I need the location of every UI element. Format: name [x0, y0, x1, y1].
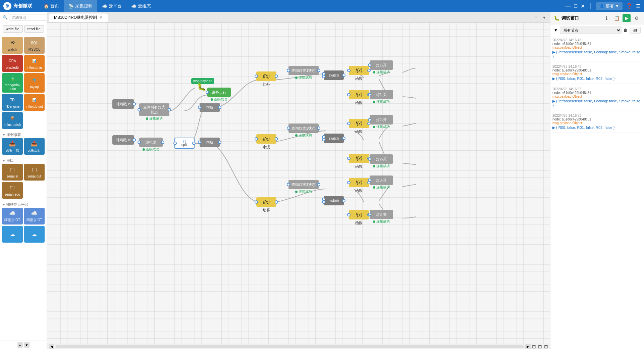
tab-add-button[interactable]: + [532, 13, 540, 21]
flow-node-query-light1[interactable]: 查询灯光1状态 连接成功 [288, 66, 319, 80]
flow-node-query-light2[interactable]: 查询灯光2状态 连接成功 [288, 123, 319, 138]
flow-node-lamp1-off[interactable]: 灯1-关 连接成功 [370, 90, 393, 104]
switch3-label: switch [329, 199, 339, 203]
zoom-out-icon[interactable]: ⊟ [538, 344, 542, 349]
tab-more-button[interactable]: ▾ [540, 13, 548, 21]
flow-node-time1[interactable]: 时间戳 ↺ [112, 99, 134, 109]
nav-home[interactable]: 🏠 首页 [39, 0, 64, 12]
sidebar-item-serial-in[interactable]: ⬚ serial in [2, 164, 23, 181]
help-icon[interactable]: ❓ [626, 3, 633, 9]
flow-node-time2[interactable]: 时间戳 ↺ [112, 135, 134, 145]
window-restore-icon[interactable]: □ [574, 3, 577, 9]
flow-node-func2[interactable]: f(x) 函数 [349, 90, 369, 105]
read-file-button[interactable]: read file [24, 25, 44, 33]
tab-main[interactable]: MB10DI4RO继电器控制 ✕ [49, 13, 108, 22]
sidebar-item-device-up[interactable]: 📤 设备上行 [24, 138, 45, 155]
aliyun-iot2-label: 阿里云IOT [26, 218, 42, 222]
lamp1-on-label: 灯1-开 [376, 63, 387, 68]
nav-cloud-state[interactable]: ☁️ 云组态 [126, 0, 156, 12]
lamp2-on-label: 灯2-开 [376, 117, 387, 122]
debug-filter-select[interactable]: 所有节点 [560, 27, 622, 34]
flow-node-switch2[interactable]: switch [324, 134, 344, 143]
flow-node-switch1[interactable]: switch [324, 70, 344, 80]
sidebar-item-mysql[interactable]: 🐬 mysql [24, 73, 45, 93]
app-logo: 微 海创微联 [3, 2, 32, 10]
debug-msg4-value[interactable]: { R00: false, R01: false, R02: false } [552, 126, 642, 130]
zoom-in-icon[interactable]: ⊞ [544, 344, 548, 349]
sidebar-item-mssql[interactable]: SQL MSSQL [24, 37, 45, 54]
sidebar-item-oracledb[interactable]: ORA oracledb [2, 55, 23, 72]
debug-info-btn[interactable]: ℹ [602, 14, 610, 22]
zoom-fit-icon[interactable]: ⊡ [532, 344, 536, 349]
group-label-haichuang[interactable]: 海创微联 [2, 131, 45, 138]
flow-node-lamp3-off[interactable]: 灯3-关 连接成功 [370, 210, 393, 224]
flow-node-func1[interactable]: f(x) 函数 [349, 66, 369, 81]
scroll-up-btn[interactable]: ▲ [17, 342, 23, 348]
sidebar-item-influx-batch[interactable]: 📦 influx batch [2, 112, 23, 129]
window-minimize-icon[interactable]: — [565, 3, 571, 9]
flow-canvas[interactable]: 时间戳 ↺ 查询所有灯光状态 连接成功 [47, 23, 550, 344]
flow-node-smoke[interactable]: f(x) 烟雾 [256, 197, 276, 213]
cloud1-icon: ☁ [7, 231, 17, 238]
sidebar-item-influxdb-in[interactable]: 📊 influxdb in [24, 55, 45, 72]
write-file-button[interactable]: write file [3, 25, 23, 33]
window-close-icon[interactable]: ✕ [581, 3, 585, 9]
serial-requ-icon: ⬚ [7, 185, 17, 191]
nav-cloud[interactable]: ☁️ 云平台 [97, 0, 126, 12]
tab-close-icon[interactable]: ✕ [99, 15, 103, 20]
sidebar-item-influxdb-out[interactable]: 📊 influxdb out [24, 94, 45, 111]
flow-node-func5[interactable]: f(x) 函数 [349, 178, 369, 193]
sidebar-item-aliyun-iot2[interactable]: ☁️ 阿里云IOT [24, 208, 45, 225]
flow-node-water[interactable]: f(x) 水浸 [256, 134, 276, 150]
watch-icon: 👁 [7, 40, 17, 46]
scroll-down-btn[interactable]: ▼ [24, 342, 30, 348]
query-light1-status: 连接成功 [295, 75, 312, 80]
sidebar-item-device-down[interactable]: 📥 设备下发 [2, 138, 23, 155]
debug-settings-btn[interactable]: ⚙ [633, 14, 641, 22]
sidebar-item-aliyun-iot1[interactable]: ☁️ 阿里云IOT [2, 208, 23, 225]
sidebar-item-cloud2[interactable]: ☁ [24, 226, 45, 243]
flow-node-relay[interactable]: 继电器 连接成功 [139, 138, 163, 152]
nav-collect[interactable]: 📡 采集控制 [64, 0, 97, 12]
sidebar-item-tdengine[interactable]: TD TDengine [2, 94, 23, 111]
flow-node-query-light3[interactable]: 查询灯光3状态 连接成功 [288, 180, 319, 194]
nav-right-area: — □ ✕ 👤 部署 ▼ ❓ ☰ [565, 2, 641, 10]
flow-node-lamp2-off[interactable]: 灯2-关 连接成功 [370, 154, 393, 168]
horizontal-scrollbar[interactable] [56, 345, 524, 348]
sidebar-item-mongodb[interactable]: 🍃 mongodb-node [2, 73, 23, 93]
debug-clear-all-btn[interactable]: all [630, 27, 641, 34]
debug-msg2-value[interactable]: { R00: false, R01: false, R02: false } [552, 77, 642, 81]
debug-panel-header: 🐛 调试窗口 ℹ 📋 ▶ ⚙ [550, 12, 644, 24]
debug-msg3-value[interactable]: { Infraredsensor: false, Leaking: false,… [552, 99, 642, 107]
flow-node-judge2[interactable]: 判断 [200, 138, 220, 147]
debug-msg2-node: node: a61d0c429b048c81 [552, 68, 642, 72]
flow-node-switch3[interactable]: switch [324, 196, 344, 205]
user-button[interactable]: 👤 部署 ▼ [596, 2, 623, 10]
debug-msg1-value[interactable]: { Infraredsensor: false, Leaking: false,… [552, 50, 642, 58]
func4-label: f(x) [356, 156, 362, 161]
flow-node-func6[interactable]: f(x) 函数 [349, 210, 369, 226]
flow-node-lamp2-on[interactable]: 灯2-开 连接成功 [370, 115, 393, 129]
debug-active-btn[interactable]: ▶ [623, 14, 631, 22]
group-label-serial[interactable]: 串口 [2, 157, 45, 164]
filter-icon: ▼ [554, 28, 558, 33]
flow-node-lamp3-on[interactable]: 灯3-开 连接成功 [370, 176, 393, 190]
sidebar-item-watch[interactable]: 👁 watch [2, 37, 23, 54]
debug-copy-btn[interactable]: 📋 [612, 14, 621, 22]
scroll-left-btn[interactable]: ◀ [49, 344, 54, 349]
flow-node-lamp1-on[interactable]: 灯1-开 连接成功 [370, 60, 393, 74]
sidebar-item-serial-out[interactable]: ⬚ serial out [24, 164, 45, 181]
sidebar-item-serial-requ[interactable]: ⬚ serial requ [2, 182, 23, 199]
flow-node-split[interactable]: {:} split [174, 138, 195, 149]
flow-node-func3[interactable]: f(x) 函数 [349, 119, 369, 134]
flow-node-query-all[interactable]: 查询所有灯光状态 连接成功 [139, 103, 169, 121]
flow-node-device-up1[interactable]: 设备上行 连接成功 [207, 88, 231, 102]
flow-node-func4[interactable]: f(x) 函数 [349, 154, 369, 169]
flow-node-judge1[interactable]: 判断 [200, 103, 220, 112]
flow-node-infrared[interactable]: f(x) 红外 [256, 71, 276, 87]
sidebar-item-cloud1[interactable]: ☁ [2, 226, 23, 243]
menu-icon[interactable]: ☰ [636, 3, 641, 9]
group-label-iot[interactable]: 物联网云平台 [2, 201, 45, 208]
scroll-right-btn[interactable]: ▶ [525, 344, 531, 349]
search-input[interactable] [9, 14, 47, 21]
